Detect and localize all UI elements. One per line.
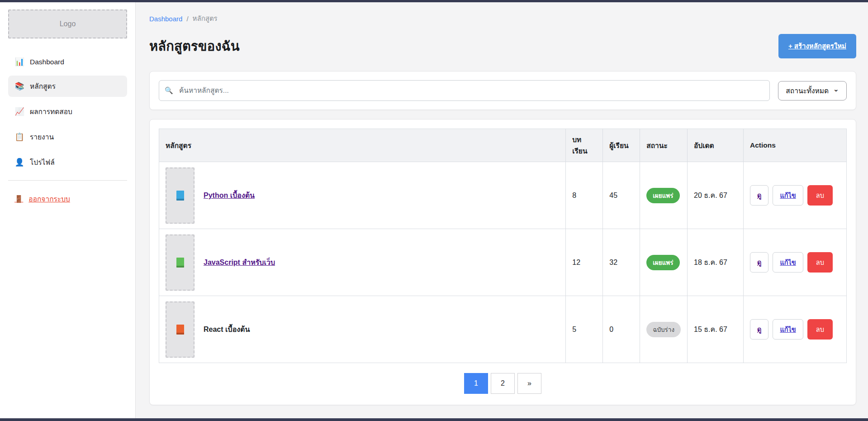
course-row-python: Python เบื้องต้น 8 45 เผยแพร่ 20 ธ.ค. 67…: [159, 162, 847, 229]
column-header-course: หลักสูตร: [159, 129, 566, 162]
lessons-count: 5: [566, 296, 603, 363]
clipboard-icon: 📋: [14, 132, 24, 142]
column-header-updated: อัปเดต: [688, 129, 744, 162]
lessons-count: 8: [566, 162, 603, 229]
title-row: หลักสูตรของฉัน + สร้างหลักสูตรใหม่: [149, 34, 856, 58]
search-icon: 🔍: [165, 86, 173, 95]
students-count: 45: [603, 162, 640, 229]
course-cell: Python เบื้องต้น: [166, 167, 559, 224]
create-course-button[interactable]: + สร้างหลักสูตรใหม่: [778, 34, 856, 58]
course-cell: React เบื้องต้น: [166, 301, 559, 358]
column-header-students: ผู้เรียน: [603, 129, 640, 162]
sidebar-item-label: Dashboard: [30, 58, 64, 66]
row-actions: ดู แก้ไข ลบ: [750, 252, 840, 273]
status-badge: ฉบับร่าง: [646, 322, 681, 337]
bottom-accent-bar: [0, 418, 868, 421]
status-filter-value: สถานะทั้งหมด: [786, 85, 829, 96]
logout-label: ออกจากระบบ: [28, 193, 70, 205]
column-header-actions: Actions: [744, 129, 847, 162]
edit-button[interactable]: แก้ไข: [773, 319, 803, 340]
edit-button[interactable]: แก้ไข: [773, 185, 803, 206]
sidebar-item-courses[interactable]: 📚 หลักสูตร: [8, 76, 127, 97]
course-thumbnail-placeholder: [166, 167, 194, 224]
sidebar-item-reports[interactable]: 📋 รายงาน: [8, 126, 127, 148]
courses-table-card: หลักสูตร บทเรียน ผู้เรียน สถานะ อัปเดต A…: [149, 119, 856, 405]
updated-date: 20 ธ.ค. 67: [688, 162, 744, 229]
logout-link[interactable]: 🚪 ออกจากระบบ: [8, 190, 127, 208]
sidebar-item-label: รายงาน: [30, 131, 54, 143]
sidebar-divider: [8, 180, 127, 181]
status-badge: เผยแพร่: [646, 255, 679, 270]
books-icon: 📚: [14, 81, 24, 91]
sidebar: Logo 📊 Dashboard 📚 หลักสูตร 📈 ผลการทดสอบ…: [0, 2, 136, 418]
delete-button[interactable]: ลบ: [807, 319, 833, 340]
view-button[interactable]: ดู: [750, 319, 768, 340]
sidebar-item-profile[interactable]: 👤 โปรไฟล์: [8, 152, 127, 173]
course-row-javascript: JavaScript สำหรับเว็บ 12 32 เผยแพร่ 18 ธ…: [159, 229, 847, 296]
logo-text: Logo: [60, 20, 76, 28]
breadcrumb: Dashboard / หลักสูตร: [149, 13, 856, 24]
green-book-icon: [176, 258, 184, 268]
sidebar-item-label: หลักสูตร: [30, 81, 56, 92]
course-title-link[interactable]: Python เบื้องต้น: [204, 190, 255, 201]
row-actions: ดู แก้ไข ลบ: [750, 185, 840, 206]
status-filter-select[interactable]: สถานะทั้งหมด ⌄: [778, 81, 847, 100]
course-cell: JavaScript สำหรับเว็บ: [166, 234, 559, 291]
filter-card: 🔍 สถานะทั้งหมด ⌄: [149, 71, 856, 110]
breadcrumb-dashboard-link[interactable]: Dashboard: [149, 15, 182, 23]
logo-placeholder: Logo: [8, 10, 127, 38]
breadcrumb-separator: /: [186, 15, 188, 23]
search-wrapper: 🔍: [159, 80, 770, 101]
status-badge: เผยแพร่: [646, 188, 679, 203]
breadcrumb-current: หลักสูตร: [193, 13, 218, 24]
pagination-page-2[interactable]: 2: [491, 373, 515, 394]
delete-button[interactable]: ลบ: [807, 252, 833, 273]
sidebar-item-test-results[interactable]: 📈 ผลการทดสอบ: [8, 101, 127, 122]
updated-date: 18 ธ.ค. 67: [688, 229, 744, 296]
lessons-count: 12: [566, 229, 603, 296]
column-header-lessons: บทเรียน: [566, 129, 603, 162]
course-row-react: React เบื้องต้น 5 0 ฉบับร่าง 15 ธ.ค. 67 …: [159, 296, 847, 363]
row-actions: ดู แก้ไข ลบ: [750, 319, 840, 340]
door-icon: 🚪: [14, 195, 23, 203]
courses-table: หลักสูตร บทเรียน ผู้เรียน สถานะ อัปเดต A…: [159, 129, 847, 363]
updated-date: 15 ธ.ค. 67: [688, 296, 744, 363]
students-count: 0: [603, 296, 640, 363]
table-header-row: หลักสูตร บทเรียน ผู้เรียน สถานะ อัปเดต A…: [159, 129, 847, 162]
students-count: 32: [603, 229, 640, 296]
chart-increasing-icon: 📈: [14, 107, 24, 116]
orange-book-icon: [176, 325, 184, 335]
bar-chart-icon: 📊: [14, 57, 24, 67]
edit-button[interactable]: แก้ไข: [773, 252, 803, 273]
layout: Logo 📊 Dashboard 📚 หลักสูตร 📈 ผลการทดสอบ…: [0, 2, 868, 418]
view-button[interactable]: ดู: [750, 185, 768, 206]
column-header-status: สถานะ: [640, 129, 688, 162]
pagination-next[interactable]: »: [517, 373, 541, 394]
view-button[interactable]: ดู: [750, 252, 768, 273]
main-content: Dashboard / หลักสูตร หลักสูตรของฉัน + สร…: [136, 2, 868, 418]
course-thumbnail-placeholder: [166, 301, 194, 358]
person-icon: 👤: [14, 158, 24, 167]
sidebar-item-label: โปรไฟล์: [30, 157, 55, 168]
course-thumbnail-placeholder: [166, 234, 194, 291]
search-input[interactable]: [159, 80, 770, 101]
delete-button[interactable]: ลบ: [807, 185, 833, 206]
pagination-page-1[interactable]: 1: [464, 373, 488, 394]
page-title: หลักสูตรของฉัน: [149, 36, 240, 57]
sidebar-item-label: ผลการทดสอบ: [30, 106, 72, 117]
blue-book-icon: [176, 191, 184, 201]
page: Logo 📊 Dashboard 📚 หลักสูตร 📈 ผลการทดสอบ…: [0, 0, 868, 421]
sidebar-item-dashboard[interactable]: 📊 Dashboard: [8, 52, 127, 72]
course-title-text: React เบื้องต้น: [204, 324, 250, 335]
pagination: 1 2 »: [159, 373, 847, 394]
course-title-link[interactable]: JavaScript สำหรับเว็บ: [204, 257, 275, 268]
